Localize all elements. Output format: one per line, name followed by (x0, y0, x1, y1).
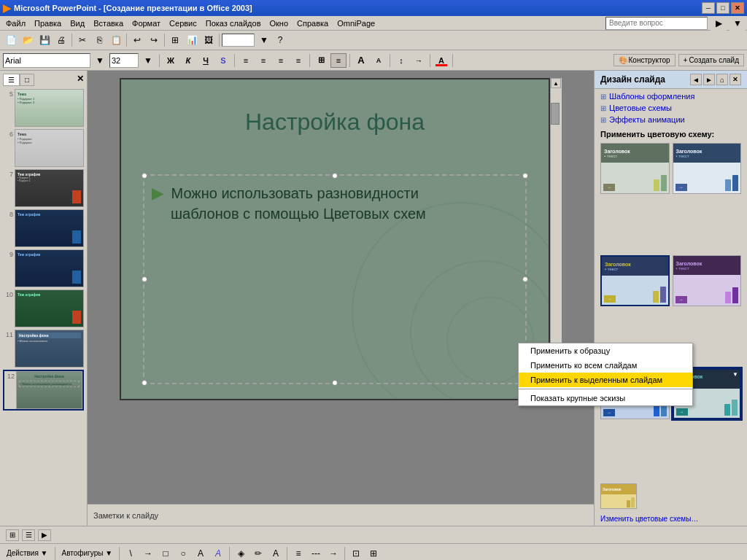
slide-item-10[interactable]: 10 Тем аграфик (3, 289, 84, 327)
handle-bl[interactable] (142, 380, 147, 386)
scroll-thumb[interactable] (551, 103, 560, 125)
menu-window[interactable]: Окно (266, 18, 293, 29)
slide-thumb-11[interactable]: Настройка фона • Можно использовать (15, 330, 84, 368)
scroll-up-button[interactable]: ▲ (551, 78, 561, 88)
slide-item-6[interactable]: 6 Тема • Подпункт• Подпункт (3, 129, 84, 167)
help-dropdown-button[interactable]: ▼ (729, 16, 746, 31)
new-slide-button[interactable]: + Создать слайд (678, 54, 744, 66)
zoom-dropdown[interactable]: ▼ (256, 33, 272, 47)
design-button[interactable]: 🎨 Конструктор (614, 54, 676, 66)
insert-table-button[interactable]: ⊞ (167, 33, 183, 47)
line-style-tool[interactable]: ≡ (290, 546, 306, 561)
shadow-style-tool[interactable]: ⊡ (348, 546, 364, 561)
handle-ml[interactable] (142, 276, 147, 282)
3d-style-tool[interactable]: ⊞ (365, 546, 382, 561)
font-decrease-button[interactable]: A (371, 53, 387, 68)
scheme-dropdown-icon[interactable]: ▼ (732, 371, 738, 378)
save-button[interactable]: 💾 (36, 33, 53, 47)
ctx-apply-all[interactable]: Применить ко всем слайдам (519, 358, 692, 373)
insert-picture-button[interactable]: 🖼 (201, 33, 217, 47)
panel-forward-button[interactable]: ► (703, 74, 715, 85)
actions-menu-button[interactable]: Действия ▼ (3, 546, 52, 561)
normal-view-button[interactable]: ⊞ (6, 529, 19, 541)
arrow-style-tool[interactable]: → (325, 546, 341, 561)
new-button[interactable]: 📄 (3, 33, 19, 47)
slide-item-11[interactable]: 11 Настройка фона • Можно использовать (3, 330, 84, 368)
justify-button[interactable]: ≡ (290, 53, 306, 68)
ctx-apply-master[interactable]: Применить к образцу (519, 343, 692, 358)
slide-content-box[interactable]: ▶ Можно использовать разновидности шабло… (143, 174, 527, 384)
slide-item-5[interactable]: 5 Тема • Подпункт 1• Подпункт 2 (3, 89, 84, 127)
handle-tr[interactable] (522, 173, 528, 179)
italic-button[interactable]: К (180, 53, 196, 68)
slide-item-9[interactable]: 9 Тем аграфик (3, 249, 84, 287)
line-color-tool[interactable]: ✏ (250, 546, 266, 561)
menu-view[interactable]: Вид (66, 18, 89, 29)
handle-tm[interactable] (332, 173, 338, 179)
text-box-tool[interactable]: A (193, 546, 209, 561)
slide-thumb-10[interactable]: Тем аграфик (15, 289, 84, 327)
color-schemes-link[interactable]: ⊞ Цветовые схемы (600, 104, 741, 112)
menu-help[interactable]: Справка (293, 18, 333, 29)
outline-view-button[interactable]: ☰ (22, 529, 35, 541)
autoshapes-button[interactable]: Автофигуры ▼ (58, 546, 117, 561)
slide-canvas[interactable]: Настройка фона ▶ Можно использовать р (120, 78, 550, 400)
slide-thumb-5[interactable]: Тема • Подпункт 1• Подпункт 2 (15, 89, 84, 127)
font-selector[interactable] (3, 53, 90, 68)
panel-close-button[interactable]: ✕ (729, 74, 741, 85)
underline-button[interactable]: Ч (198, 53, 214, 68)
close-panel-button[interactable]: ✕ (77, 74, 84, 86)
menu-edit[interactable]: Правка (30, 18, 66, 29)
size-dropdown[interactable]: ▼ (140, 53, 156, 68)
scheme-item-1[interactable]: Заголовок • текст → (600, 143, 670, 194)
slide-thumb-9[interactable]: Тем аграфик (15, 249, 84, 287)
ctx-apply-selected[interactable]: Применить к выделенным слайдам (519, 373, 692, 387)
open-button[interactable]: 📂 (20, 33, 36, 47)
slide-thumb-8[interactable]: Тем аграфик (15, 209, 84, 247)
help-search-input[interactable] (605, 17, 708, 30)
minimize-button[interactable]: ─ (702, 2, 715, 14)
font-increase-button[interactable]: A (353, 53, 369, 68)
scheme-item-4[interactable]: Заголовок • текст → (673, 255, 742, 306)
restore-button[interactable]: □ (716, 2, 729, 14)
oval-tool[interactable]: ○ (175, 546, 191, 561)
align-right-button[interactable]: ≡ (273, 53, 289, 68)
indent-more-button[interactable]: → (411, 53, 427, 68)
handle-mr[interactable] (522, 276, 528, 282)
panel-back-button[interactable]: ◄ (690, 74, 702, 85)
slide-thumb-12[interactable]: Настройка фона • Можно использовать разн… (16, 371, 82, 409)
animations-link[interactable]: ⊞ Эффекты анимации (600, 115, 741, 124)
menu-tools[interactable]: Сервис (165, 18, 201, 29)
undo-button[interactable]: ↩ (129, 33, 145, 47)
copy-button[interactable]: ⎘ (91, 33, 107, 47)
insert-chart-button[interactable]: 📊 (184, 33, 200, 47)
scheme-item-3[interactable]: Заголовок • текст → (600, 255, 670, 306)
font-dropdown[interactable]: ▼ (92, 53, 108, 68)
menu-format[interactable]: Формат (128, 18, 165, 29)
slide-item-7[interactable]: 7 Тем аграфик • Подпункт 1• Подпункт 2 (3, 169, 84, 207)
shadow-button[interactable]: S (215, 53, 231, 68)
font-color-tool[interactable]: A (268, 546, 284, 561)
menu-file[interactable]: Файл (1, 18, 30, 29)
bullets-button[interactable]: ≡ (330, 53, 347, 68)
dash-style-tool[interactable]: --- (308, 546, 324, 561)
slide-thumb-6[interactable]: Тема • Подпункт• Подпункт (15, 129, 84, 167)
slide-thumb-7[interactable]: Тем аграфик • Подпункт 1• Подпункт 2 (15, 169, 84, 207)
slides-tab[interactable]: □ (20, 74, 34, 86)
paste-button[interactable]: 📋 (108, 33, 124, 47)
handle-tl[interactable] (142, 173, 147, 179)
outline-tab[interactable]: ☰ (3, 74, 20, 86)
bold-button[interactable]: Ж (163, 53, 179, 68)
ctx-show-large[interactable]: Показать крупные эскизы (519, 391, 692, 405)
font-color-button[interactable]: A (433, 53, 449, 68)
scheme-item-2[interactable]: Заголовок • текст → (673, 143, 742, 194)
templates-link[interactable]: ⊞ Шаблоны оформления (600, 92, 741, 101)
line-spacing-button[interactable]: ↕ (393, 53, 409, 68)
fill-color-tool[interactable]: ◈ (233, 546, 249, 561)
slide-item-8[interactable]: 8 Тем аграфик (3, 209, 84, 247)
menu-insert[interactable]: Вставка (89, 18, 128, 29)
redo-button[interactable]: ↪ (146, 33, 162, 47)
close-button[interactable]: ✕ (731, 2, 744, 14)
menu-slideshow[interactable]: Показ слайдов (201, 18, 266, 29)
print-button[interactable]: 🖨 (53, 33, 69, 47)
